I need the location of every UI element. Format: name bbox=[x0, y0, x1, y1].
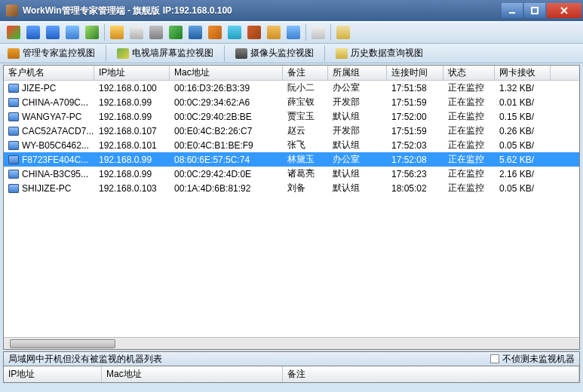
cell-mac: 00:E0:4C:B1:BE:F9 bbox=[170, 139, 283, 152]
cell-net: 5.62 KB/ bbox=[495, 154, 551, 166]
toolbar bbox=[0, 21, 583, 44]
picture-icon bbox=[85, 26, 99, 39]
cell-remark: 林黛玉 bbox=[283, 152, 328, 167]
cell-remark: 诸葛亮 bbox=[283, 167, 328, 181]
message-icon[interactable] bbox=[284, 23, 302, 41]
cell-group: 默认组 bbox=[328, 138, 387, 152]
cell-remark: 贾宝玉 bbox=[283, 109, 328, 124]
col-mac[interactable]: Mac地址 bbox=[170, 66, 283, 80]
toolbar-separator bbox=[330, 24, 331, 41]
monitor-icon[interactable] bbox=[5, 23, 23, 41]
cell-net: 2.16 KB/ bbox=[495, 168, 551, 180]
cell-ip: 192.168.0.99 bbox=[94, 111, 170, 123]
screens-icon[interactable] bbox=[44, 23, 62, 41]
transfer-icon bbox=[208, 26, 222, 39]
task-icon[interactable] bbox=[309, 23, 327, 41]
cell-net: 0.05 KB/ bbox=[495, 182, 551, 194]
table-row[interactable]: SHIJIZE-PC192.168.0.10300:1A:4D:6B:81:92… bbox=[4, 181, 579, 195]
horizontal-scrollbar[interactable] bbox=[4, 337, 579, 349]
cell-mac: 00:0C:29:34:62:A6 bbox=[170, 96, 283, 109]
refresh-icon[interactable] bbox=[167, 23, 185, 41]
table-row[interactable]: CAC52A7ACD7...192.168.0.10700:E0:4C:B2:2… bbox=[4, 124, 579, 138]
calendar-icon bbox=[336, 26, 350, 39]
cell-group: 默认组 bbox=[328, 181, 387, 195]
transfer-icon[interactable] bbox=[206, 23, 224, 41]
folder-icon[interactable] bbox=[108, 23, 126, 41]
pc-icon bbox=[8, 170, 19, 179]
cell-group: 办公室 bbox=[328, 152, 387, 167]
titlebar: WorkWin管理专家管理端 - 旗舰版 IP:192.168.0.100 bbox=[0, 0, 583, 21]
table-row[interactable]: F8723FE404C...192.168.0.9908:60:6E:57:5C… bbox=[4, 152, 579, 167]
table-row[interactable]: WY-B05C6462...192.168.0.10100:E0:4C:B1:B… bbox=[4, 138, 579, 152]
cell-group: 开发部 bbox=[328, 95, 387, 109]
maximize-button[interactable] bbox=[524, 3, 545, 18]
document-icon[interactable] bbox=[127, 23, 146, 41]
trash-icon[interactable] bbox=[147, 23, 165, 41]
table-row[interactable]: CHINA-B3C95...192.168.0.9900:0C:29:42:4D… bbox=[4, 167, 579, 181]
history-view[interactable]: 历史数据查询视图 bbox=[333, 45, 426, 61]
col-ip[interactable]: IP地址 bbox=[94, 66, 170, 80]
table-header: 客户机名 IP地址 Mac地址 备注 所属组 连接时间 状态 网卡接收 bbox=[4, 66, 579, 81]
tools-icon[interactable] bbox=[245, 23, 263, 41]
table-row[interactable]: WANGYA7-PC192.168.0.9900:0C:29:40:2B:BE贾… bbox=[4, 109, 579, 124]
cell-host: CHINA-A709C... bbox=[4, 96, 94, 109]
camera-view-icon bbox=[235, 48, 247, 59]
cell-ip: 192.168.0.99 bbox=[94, 96, 170, 109]
cell-time: 17:52:00 bbox=[387, 111, 443, 123]
cell-status: 正在监控 bbox=[443, 124, 495, 138]
cell-status: 正在监控 bbox=[443, 109, 495, 124]
bcol-mac[interactable]: Mac地址 bbox=[102, 366, 283, 382]
cell-time: 17:51:59 bbox=[387, 125, 443, 137]
minimize-button[interactable] bbox=[502, 3, 523, 18]
col-status[interactable]: 状态 bbox=[443, 66, 495, 80]
col-remark[interactable]: 备注 bbox=[283, 66, 328, 80]
table-row[interactable]: JIZE-PC192.168.0.10000:16:D3:26:B3:39阮小二… bbox=[4, 81, 579, 95]
grid-icon[interactable] bbox=[63, 23, 81, 41]
col-time[interactable]: 连接时间 bbox=[387, 66, 443, 80]
table-body: JIZE-PC192.168.0.10000:16:D3:26:B3:39阮小二… bbox=[4, 81, 579, 337]
unmonitored-header: 局域网中开机但没有被监视的机器列表 不侦测未监视机器 bbox=[3, 351, 580, 366]
bcol-remark[interactable]: 备注 bbox=[283, 366, 579, 382]
user-icon bbox=[267, 26, 281, 39]
cell-mac: 08:60:6E:57:5C:74 bbox=[170, 154, 283, 166]
wall-view-label: 电视墙屏幕监控视图 bbox=[132, 47, 213, 60]
pc-icon bbox=[8, 155, 19, 164]
user-icon[interactable] bbox=[265, 23, 283, 41]
cell-net: 0.01 KB/ bbox=[495, 96, 551, 109]
cell-host: WANGYA7-PC bbox=[4, 111, 94, 123]
globe-icon[interactable] bbox=[186, 23, 204, 41]
cell-host: SHIJIZE-PC bbox=[4, 182, 94, 194]
col-group[interactable]: 所属组 bbox=[328, 66, 387, 80]
camera-view[interactable]: 摄像头监控视图 bbox=[232, 45, 317, 61]
display-icon[interactable] bbox=[24, 23, 42, 41]
cell-mac: 00:16:D3:26:B3:39 bbox=[170, 82, 283, 94]
wall-view[interactable]: 电视墙屏幕监控视图 bbox=[114, 45, 216, 61]
client-table: 客户机名 IP地址 Mac地址 备注 所属组 连接时间 状态 网卡接收 JIZE… bbox=[3, 65, 580, 350]
upload-icon[interactable] bbox=[226, 23, 244, 41]
history-view-label: 历史数据查询视图 bbox=[351, 47, 423, 60]
scroll-thumb[interactable] bbox=[10, 339, 115, 348]
toolbar-separator bbox=[104, 24, 105, 41]
unmonitored-table: IP地址 Mac地址 备注 bbox=[3, 366, 580, 383]
no-detect-label: 不侦测未监视机器 bbox=[502, 353, 575, 366]
bcol-ip[interactable]: IP地址 bbox=[4, 366, 102, 382]
cell-host: CAC52A7ACD7... bbox=[4, 125, 94, 137]
table-row[interactable]: CHINA-A709C...192.168.0.9900:0C:29:34:62… bbox=[4, 95, 579, 109]
cell-ip: 192.168.0.99 bbox=[94, 154, 170, 166]
no-detect-checkbox[interactable] bbox=[490, 354, 499, 363]
cell-host: F8723FE404C... bbox=[4, 154, 94, 166]
pc-icon bbox=[8, 184, 19, 193]
trash-icon bbox=[149, 26, 163, 39]
picture-icon[interactable] bbox=[83, 23, 101, 41]
cell-time: 17:51:58 bbox=[387, 82, 443, 94]
cell-remark: 张飞 bbox=[283, 138, 328, 152]
task-icon bbox=[311, 26, 325, 39]
toolbar-separator bbox=[305, 24, 306, 41]
cell-net: 0.26 KB/ bbox=[495, 125, 551, 137]
cell-status: 正在监控 bbox=[443, 81, 495, 95]
expert-view[interactable]: 管理专家监控视图 bbox=[5, 45, 98, 61]
calendar-icon[interactable] bbox=[334, 23, 352, 41]
col-host[interactable]: 客户机名 bbox=[4, 66, 94, 80]
close-button[interactable] bbox=[547, 3, 581, 18]
col-net[interactable]: 网卡接收 bbox=[495, 66, 551, 80]
